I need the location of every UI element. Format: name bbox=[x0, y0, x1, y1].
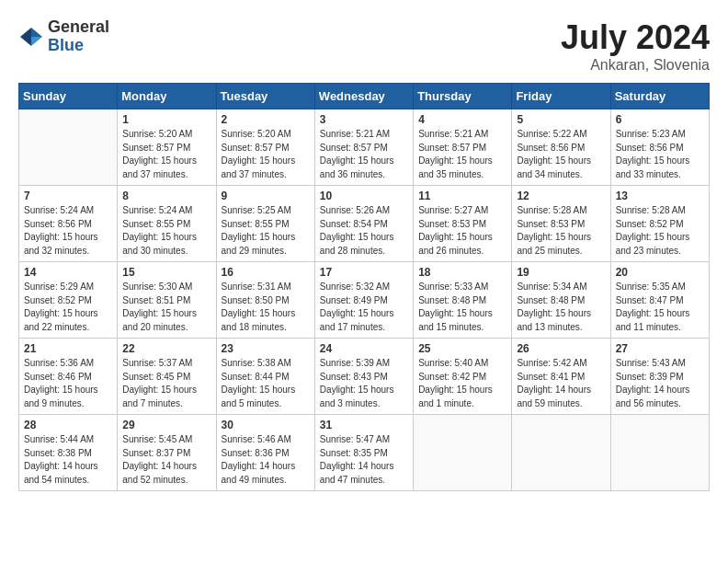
month-year: July 2024 bbox=[561, 18, 710, 57]
calendar-cell bbox=[414, 415, 512, 491]
day-number: 7 bbox=[24, 190, 112, 202]
day-info: Sunrise: 5:45 AM Sunset: 8:37 PM Dayligh… bbox=[122, 433, 210, 487]
day-number: 18 bbox=[418, 266, 506, 279]
day-number: 14 bbox=[24, 266, 112, 279]
svg-marker-0 bbox=[31, 28, 42, 37]
calendar-cell: 15Sunrise: 5:30 AM Sunset: 8:51 PM Dayli… bbox=[118, 262, 216, 339]
calendar-cell: 8Sunrise: 5:24 AM Sunset: 8:55 PM Daylig… bbox=[118, 186, 216, 262]
day-number: 15 bbox=[122, 266, 210, 279]
calendar-cell: 27Sunrise: 5:43 AM Sunset: 8:39 PM Dayli… bbox=[610, 339, 709, 415]
logo-general: General bbox=[48, 18, 109, 37]
day-number: 8 bbox=[122, 190, 210, 202]
day-info: Sunrise: 5:32 AM Sunset: 8:49 PM Dayligh… bbox=[320, 281, 408, 334]
day-number: 27 bbox=[616, 342, 704, 355]
day-info: Sunrise: 5:47 AM Sunset: 8:35 PM Dayligh… bbox=[320, 433, 408, 487]
day-info: Sunrise: 5:27 AM Sunset: 8:53 PM Dayligh… bbox=[418, 204, 506, 258]
calendar-cell: 11Sunrise: 5:27 AM Sunset: 8:53 PM Dayli… bbox=[414, 186, 512, 262]
day-number: 17 bbox=[320, 266, 408, 279]
day-info: Sunrise: 5:38 AM Sunset: 8:44 PM Dayligh… bbox=[222, 357, 310, 410]
calendar-cell: 18Sunrise: 5:33 AM Sunset: 8:48 PM Dayli… bbox=[414, 262, 512, 339]
calendar-cell: 22Sunrise: 5:37 AM Sunset: 8:45 PM Dayli… bbox=[118, 339, 216, 415]
weekday-header-row: SundayMondayTuesdayWednesdayThursdayFrid… bbox=[19, 84, 710, 109]
day-info: Sunrise: 5:31 AM Sunset: 8:50 PM Dayligh… bbox=[222, 281, 310, 334]
logo-icon bbox=[18, 24, 44, 50]
calendar-cell: 13Sunrise: 5:28 AM Sunset: 8:52 PM Dayli… bbox=[610, 186, 709, 262]
day-info: Sunrise: 5:28 AM Sunset: 8:53 PM Dayligh… bbox=[517, 204, 605, 258]
weekday-header-wednesday: Wednesday bbox=[314, 84, 413, 109]
calendar-week-row: 28Sunrise: 5:44 AM Sunset: 8:38 PM Dayli… bbox=[19, 415, 710, 491]
calendar-cell: 30Sunrise: 5:46 AM Sunset: 8:36 PM Dayli… bbox=[216, 415, 314, 491]
calendar-cell: 20Sunrise: 5:35 AM Sunset: 8:47 PM Dayli… bbox=[610, 262, 709, 339]
day-info: Sunrise: 5:20 AM Sunset: 8:57 PM Dayligh… bbox=[122, 128, 210, 181]
calendar-cell: 26Sunrise: 5:42 AM Sunset: 8:41 PM Dayli… bbox=[512, 339, 610, 415]
calendar-cell: 6Sunrise: 5:23 AM Sunset: 8:56 PM Daylig… bbox=[610, 109, 709, 186]
calendar-cell: 16Sunrise: 5:31 AM Sunset: 8:50 PM Dayli… bbox=[216, 262, 314, 339]
day-number: 16 bbox=[222, 266, 310, 279]
calendar-cell: 7Sunrise: 5:24 AM Sunset: 8:56 PM Daylig… bbox=[19, 186, 118, 262]
calendar-cell: 3Sunrise: 5:21 AM Sunset: 8:57 PM Daylig… bbox=[314, 109, 413, 186]
day-number: 24 bbox=[320, 342, 408, 355]
weekday-header-thursday: Thursday bbox=[414, 84, 512, 109]
day-info: Sunrise: 5:42 AM Sunset: 8:41 PM Dayligh… bbox=[517, 357, 605, 410]
day-info: Sunrise: 5:24 AM Sunset: 8:56 PM Dayligh… bbox=[24, 204, 112, 258]
logo-blue: Blue bbox=[48, 37, 109, 55]
weekday-header-tuesday: Tuesday bbox=[216, 84, 314, 109]
calendar-cell: 19Sunrise: 5:34 AM Sunset: 8:48 PM Dayli… bbox=[512, 262, 610, 339]
day-number: 11 bbox=[418, 190, 506, 202]
svg-marker-1 bbox=[31, 37, 42, 46]
calendar-cell: 12Sunrise: 5:28 AM Sunset: 8:53 PM Dayli… bbox=[512, 186, 610, 262]
day-info: Sunrise: 5:34 AM Sunset: 8:48 PM Dayligh… bbox=[517, 281, 605, 334]
calendar-cell: 5Sunrise: 5:22 AM Sunset: 8:56 PM Daylig… bbox=[512, 109, 610, 186]
day-number: 1 bbox=[122, 113, 210, 126]
day-number: 20 bbox=[616, 266, 704, 279]
day-info: Sunrise: 5:24 AM Sunset: 8:55 PM Dayligh… bbox=[122, 204, 210, 258]
calendar-cell: 9Sunrise: 5:25 AM Sunset: 8:55 PM Daylig… bbox=[216, 186, 314, 262]
day-info: Sunrise: 5:21 AM Sunset: 8:57 PM Dayligh… bbox=[320, 128, 408, 181]
day-info: Sunrise: 5:44 AM Sunset: 8:38 PM Dayligh… bbox=[24, 433, 112, 487]
calendar-cell: 21Sunrise: 5:36 AM Sunset: 8:46 PM Dayli… bbox=[19, 339, 118, 415]
day-number: 6 bbox=[616, 113, 704, 126]
day-number: 13 bbox=[616, 190, 704, 202]
day-info: Sunrise: 5:28 AM Sunset: 8:52 PM Dayligh… bbox=[616, 204, 704, 258]
day-info: Sunrise: 5:36 AM Sunset: 8:46 PM Dayligh… bbox=[24, 357, 112, 410]
page-header: General Blue July 2024 Ankaran, Slovenia bbox=[18, 18, 710, 74]
day-info: Sunrise: 5:33 AM Sunset: 8:48 PM Dayligh… bbox=[418, 281, 506, 334]
calendar-cell bbox=[19, 109, 118, 186]
day-info: Sunrise: 5:39 AM Sunset: 8:43 PM Dayligh… bbox=[320, 357, 408, 410]
calendar-week-row: 7Sunrise: 5:24 AM Sunset: 8:56 PM Daylig… bbox=[19, 186, 710, 262]
day-number: 21 bbox=[24, 342, 112, 355]
calendar-cell: 31Sunrise: 5:47 AM Sunset: 8:35 PM Dayli… bbox=[314, 415, 413, 491]
day-number: 9 bbox=[222, 190, 310, 202]
calendar-cell: 28Sunrise: 5:44 AM Sunset: 8:38 PM Dayli… bbox=[19, 415, 118, 491]
day-info: Sunrise: 5:46 AM Sunset: 8:36 PM Dayligh… bbox=[222, 433, 310, 487]
day-number: 22 bbox=[122, 342, 210, 355]
calendar-cell: 25Sunrise: 5:40 AM Sunset: 8:42 PM Dayli… bbox=[414, 339, 512, 415]
calendar-cell bbox=[610, 415, 709, 491]
day-info: Sunrise: 5:29 AM Sunset: 8:52 PM Dayligh… bbox=[24, 281, 112, 334]
weekday-header-monday: Monday bbox=[118, 84, 216, 109]
day-number: 3 bbox=[320, 113, 408, 126]
calendar-cell: 1Sunrise: 5:20 AM Sunset: 8:57 PM Daylig… bbox=[118, 109, 216, 186]
day-number: 19 bbox=[517, 266, 605, 279]
day-number: 4 bbox=[418, 113, 506, 126]
day-number: 26 bbox=[517, 342, 605, 355]
logo: General Blue bbox=[18, 18, 109, 55]
calendar-cell: 4Sunrise: 5:21 AM Sunset: 8:57 PM Daylig… bbox=[414, 109, 512, 186]
day-number: 2 bbox=[222, 113, 310, 126]
calendar-cell bbox=[512, 415, 610, 491]
day-number: 23 bbox=[222, 342, 310, 355]
calendar-cell: 17Sunrise: 5:32 AM Sunset: 8:49 PM Dayli… bbox=[314, 262, 413, 339]
day-info: Sunrise: 5:43 AM Sunset: 8:39 PM Dayligh… bbox=[616, 357, 704, 410]
day-number: 10 bbox=[320, 190, 408, 202]
day-info: Sunrise: 5:22 AM Sunset: 8:56 PM Dayligh… bbox=[517, 128, 605, 181]
day-info: Sunrise: 5:40 AM Sunset: 8:42 PM Dayligh… bbox=[418, 357, 506, 410]
weekday-header-friday: Friday bbox=[512, 84, 610, 109]
day-number: 30 bbox=[222, 419, 310, 431]
day-info: Sunrise: 5:20 AM Sunset: 8:57 PM Dayligh… bbox=[222, 128, 310, 181]
day-info: Sunrise: 5:26 AM Sunset: 8:54 PM Dayligh… bbox=[320, 204, 408, 258]
svg-marker-2 bbox=[20, 28, 31, 46]
location: Ankaran, Slovenia bbox=[561, 57, 710, 74]
calendar-week-row: 21Sunrise: 5:36 AM Sunset: 8:46 PM Dayli… bbox=[19, 339, 710, 415]
calendar-week-row: 14Sunrise: 5:29 AM Sunset: 8:52 PM Dayli… bbox=[19, 262, 710, 339]
day-info: Sunrise: 5:25 AM Sunset: 8:55 PM Dayligh… bbox=[222, 204, 310, 258]
